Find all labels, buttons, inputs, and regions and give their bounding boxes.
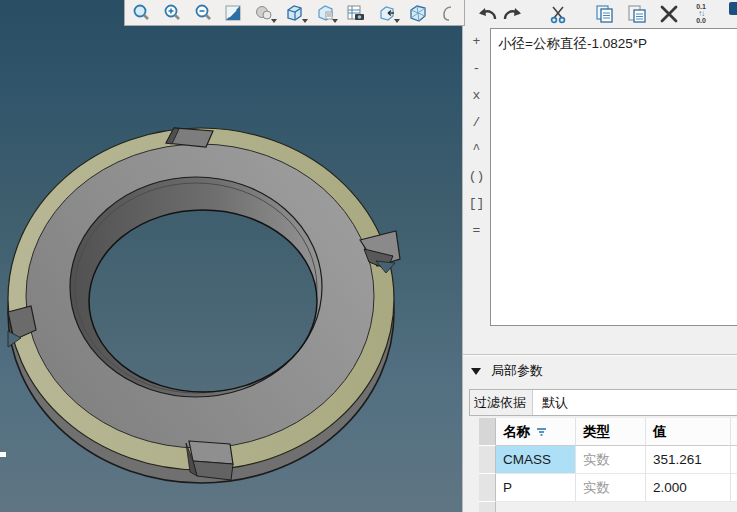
collapse-triangle-icon[interactable] xyxy=(471,368,481,375)
relation-text: 小径=公称直径-1.0825*P xyxy=(498,36,647,51)
table-row-cmass[interactable]: CMASS 实数 351.261 xyxy=(479,446,737,474)
param-value-cell: 351.261 xyxy=(646,446,731,474)
op-brackets-button[interactable]: [] xyxy=(463,190,490,217)
param-name-cell: CMASS xyxy=(496,446,576,474)
spin-center-tick xyxy=(0,452,6,457)
row-selector[interactable] xyxy=(479,446,496,474)
refit-icon[interactable] xyxy=(220,2,247,24)
filter-row: 过滤依据 默认 xyxy=(469,389,737,416)
slotted-round-nut-model xyxy=(0,0,462,512)
zoom-in-icon[interactable] xyxy=(159,2,186,24)
filter-funnel-icon[interactable] xyxy=(536,427,547,437)
cut-icon[interactable] xyxy=(546,2,572,26)
copy-icon[interactable] xyxy=(592,2,618,26)
redo-icon[interactable] xyxy=(500,2,526,26)
app-window: 0.1 ↑↓ 0.0 + - x / ^ () [] = 小径=公称直径-1.0… xyxy=(0,0,737,512)
section-title: 局部参数 xyxy=(491,362,543,380)
increment-toggle-icon[interactable]: 0.1 ↑↓ 0.0 xyxy=(688,2,714,26)
zoom-out-icon[interactable] xyxy=(189,2,216,24)
view-manager-icon[interactable] xyxy=(404,2,431,24)
filter-label: 过滤依据 xyxy=(470,390,532,415)
param-extra-cell xyxy=(731,474,737,502)
slot-top xyxy=(166,128,213,147)
increment-arrows: ↑↓ xyxy=(696,10,706,17)
table-row-p[interactable]: P 实数 2.000 xyxy=(479,474,737,502)
zoom-region-icon[interactable] xyxy=(128,2,155,24)
op-equals-button[interactable]: = xyxy=(463,217,490,244)
paste-icon[interactable] xyxy=(624,2,650,26)
parameters-table: 名称 类型 值 指 CMASS 实数 351.261 P 实数 2.000 xyxy=(479,418,737,512)
column-header-type[interactable]: 类型 xyxy=(576,418,646,446)
column-header-extra[interactable]: 指 xyxy=(731,418,737,446)
param-type-cell: 实数 xyxy=(576,446,646,474)
hidden-line-style-icon[interactable] xyxy=(312,2,339,24)
op-multiply-button[interactable]: x xyxy=(463,82,490,109)
undo-icon[interactable] xyxy=(474,2,500,26)
section-separator xyxy=(463,354,737,356)
3d-viewport[interactable] xyxy=(0,0,462,512)
op-parens-button[interactable]: () xyxy=(463,163,490,190)
render-style-icon[interactable] xyxy=(251,2,278,24)
display-style-icon[interactable] xyxy=(281,2,308,24)
clipped-panel-icon[interactable] xyxy=(729,2,737,15)
relation-edit-toolbar: 0.1 ↑↓ 0.0 xyxy=(463,0,737,27)
operator-strip: + - x / ^ () [] = xyxy=(463,28,490,244)
increment-bottom-label: 0.0 xyxy=(696,17,706,24)
delete-icon[interactable] xyxy=(656,2,682,26)
param-value-cell: 2.000 xyxy=(646,474,731,502)
column-header-value[interactable]: 值 xyxy=(646,418,731,446)
op-minus-button[interactable]: - xyxy=(463,55,490,82)
op-plus-button[interactable]: + xyxy=(463,28,490,55)
relation-editor[interactable]: 小径=公称直径-1.0825*P xyxy=(490,28,737,326)
table-row-partial xyxy=(479,502,737,512)
param-type-cell: 实数 xyxy=(576,474,646,502)
table-header-row: 名称 类型 值 指 xyxy=(479,418,737,446)
local-parameters-header: 局部参数 xyxy=(471,360,543,382)
op-power-button[interactable]: ^ xyxy=(463,136,490,163)
row-selector[interactable] xyxy=(479,474,496,502)
clipped-tool-icon[interactable] xyxy=(434,2,461,24)
op-divide-button[interactable]: / xyxy=(463,109,490,136)
column-header-name[interactable]: 名称 xyxy=(496,418,576,446)
relations-panel: 0.1 ↑↓ 0.0 + - x / ^ () [] = 小径=公称直径-1.0… xyxy=(462,0,737,512)
view-orient-icon[interactable] xyxy=(373,2,400,24)
slot-bottom xyxy=(186,441,233,480)
param-extra-cell xyxy=(731,446,737,474)
view-toolbar xyxy=(124,0,465,26)
filter-dropdown[interactable]: 默认 xyxy=(532,390,737,415)
row-selector-header xyxy=(479,418,496,446)
param-name-cell: P xyxy=(496,474,576,502)
image-capture-icon[interactable] xyxy=(342,2,369,24)
